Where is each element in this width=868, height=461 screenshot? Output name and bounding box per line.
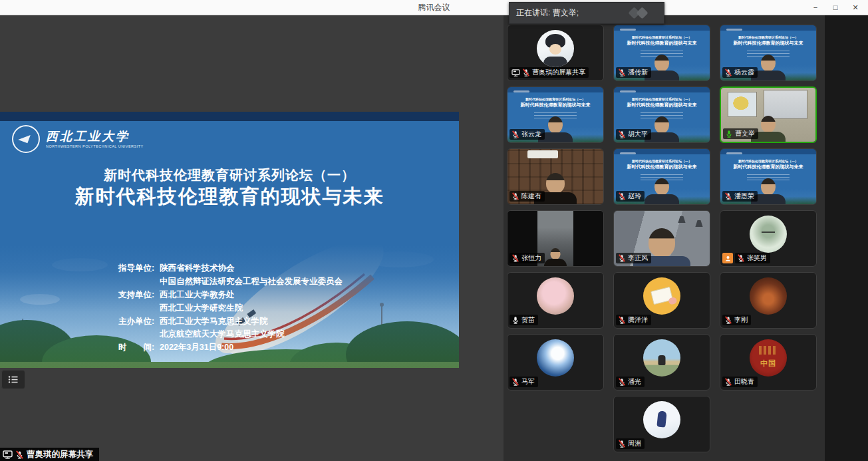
mic-muted-icon [724, 316, 732, 324]
participant-tile[interactable]: 中国田晓青 [720, 334, 817, 390]
name-label: 周洲 [616, 438, 645, 449]
annotation-list-button[interactable] [1, 370, 25, 389]
name-label: 潘光 [616, 377, 645, 387]
china-map [728, 92, 757, 117]
slide-top-band [0, 112, 459, 121]
participant-tile[interactable]: 新时代科技伦理教育研讨系列论坛（一）新时代科技伦理教育的现状与未来杨云霞 [720, 25, 817, 81]
mic-muted-icon [724, 69, 732, 77]
participant-name: 田晓青 [734, 377, 754, 386]
window-title: 腾讯会议 [0, 0, 868, 15]
avatar: 中国 [750, 339, 787, 377]
mic-muted-icon [618, 130, 626, 138]
participant-name: 腾洋洋 [628, 315, 648, 325]
participant-tile[interactable]: 张笑男 [720, 210, 817, 267]
participant-tile[interactable]: 张恒力 [507, 210, 604, 267]
participant-name: 胡大平 [628, 130, 648, 139]
participant-tile[interactable]: 贺苗 [507, 272, 604, 329]
participant-name: 李正风 [628, 253, 648, 263]
name-label: 赵玲 [616, 191, 645, 202]
participant-name: 贺苗 [521, 315, 535, 325]
participant-name: 潘传新 [628, 68, 648, 77]
list-icon [8, 375, 19, 384]
meeting-logo-icon [625, 7, 656, 20]
close-button[interactable]: ✕ [845, 0, 865, 15]
name-label: 潘传新 [616, 67, 651, 78]
participant-name: 曹文举 [735, 129, 755, 138]
slide-info-line: 西北工业大学研究生院 [118, 301, 343, 315]
name-label: 腾洋洋 [616, 315, 651, 325]
participant-tile[interactable]: 李正风 [613, 210, 710, 267]
participant-tile[interactable]: 陈建有 [507, 148, 604, 205]
participant-tile[interactable]: 新时代科技伦理教育研讨系列论坛（一）新时代科技伦理教育的现状与未来赵玲 [613, 148, 710, 205]
name-label: 潘恩荣 [722, 191, 758, 202]
slide-info-line: 指导单位:陕西省科学技术协会 [118, 262, 343, 275]
mic-on-icon [511, 316, 519, 324]
screen-share-owner: 曹奥琪的屏幕共享 [27, 449, 93, 460]
participant-tile[interactable]: 潘光 [613, 334, 710, 390]
avatar [750, 277, 787, 315]
name-label: 杨云霞 [722, 67, 758, 78]
slide-info-line: 中国自然辩证法研究会工程与社会发展专业委员会 [118, 275, 343, 289]
name-label: 曹奥琪的屏幕共享 [509, 67, 589, 78]
participant-tile[interactable]: 新时代科技伦理教育研讨系列论坛（一）新时代科技伦理教育的现状与未来张云龙 [507, 86, 604, 143]
university-name-en: NORTHWESTERN POLYTECHNICAL UNIVERSITY [46, 144, 144, 148]
mic-muted-icon [511, 192, 519, 200]
mic-muted-icon [737, 254, 745, 262]
avatar [750, 216, 787, 253]
panel-dark-strip [825, 15, 868, 461]
participant-name: 周洲 [628, 439, 641, 448]
person-badge [722, 253, 733, 263]
mic-muted-icon [511, 254, 519, 262]
slide-info-line: 时 间:2022年3月31日9:00 [118, 341, 343, 355]
participant-tile[interactable]: 周洲 [613, 396, 710, 452]
mic-muted-icon [522, 69, 530, 77]
participant-tile[interactable]: 曹奥琪的屏幕共享 [507, 25, 604, 81]
mic-muted-icon [15, 450, 24, 459]
mic-muted-icon [618, 192, 626, 200]
mic-muted-icon [618, 378, 626, 386]
participant-tile[interactable]: 新时代科技伦理教育研讨系列论坛（一）新时代科技伦理教育的现状与未来潘恩荣 [720, 148, 817, 205]
mic-muted-icon [618, 316, 626, 324]
speaking-banner: 正在讲话: 曹文举; [509, 2, 664, 24]
avatar [643, 277, 680, 315]
avatar [537, 339, 574, 377]
mic-muted-icon [618, 69, 626, 77]
mic-muted-icon [618, 254, 626, 262]
participant-name: 潘恩荣 [734, 192, 754, 201]
minimize-button[interactable]: − [805, 0, 825, 15]
participant-tile[interactable]: 新时代科技伦理教育研讨系列论坛（一）新时代科技伦理教育的现状与未来胡大平 [613, 86, 710, 143]
participant-name: 张云龙 [521, 130, 541, 139]
name-label: 张云龙 [509, 129, 545, 140]
participant-name: 张笑男 [747, 253, 767, 263]
participant-name: 马军 [521, 377, 535, 386]
participant-panel: 曹奥琪的屏幕共享新时代科技伦理教育研讨系列论坛（一）新时代科技伦理教育的现状与未… [504, 15, 868, 461]
participant-tile[interactable]: 新时代科技伦理教育研讨系列论坛（一）新时代科技伦理教育的现状与未来潘传新 [613, 25, 710, 81]
name-label: 马军 [509, 377, 538, 387]
name-label: 张笑男 [735, 253, 770, 263]
participant-tile[interactable]: 曹文举 [720, 86, 817, 143]
participant-tile[interactable]: 李刚 [720, 272, 817, 329]
avatar [537, 30, 574, 67]
titlebar: 腾讯会议 −□✕ [0, 0, 868, 15]
name-label: 贺苗 [509, 315, 538, 325]
mic-muted-icon [724, 192, 732, 200]
mic-muted-icon [511, 130, 519, 138]
presentation-slide: 西北工业大学 NORTHWESTERN POLYTECHNICAL UNIVER… [0, 112, 459, 368]
world-map [764, 90, 807, 119]
name-label: 李正风 [616, 253, 651, 263]
participant-name: 李刚 [734, 315, 748, 325]
window-controls: −□✕ [805, 0, 865, 15]
maximize-button[interactable]: □ [825, 0, 845, 15]
participant-tile[interactable]: 腾洋洋 [613, 272, 710, 329]
participant-name: 潘光 [628, 377, 641, 386]
university-name-cn: 西北工业大学 [46, 130, 144, 143]
participant-name: 赵玲 [628, 192, 641, 201]
name-label: 胡大平 [616, 129, 651, 140]
university-logo: 西北工业大学 NORTHWESTERN POLYTECHNICAL UNIVER… [12, 125, 144, 153]
slide-info-line: 北京航空航天大学马克思主义学院 [118, 328, 343, 341]
participant-name: 曹奥琪的屏幕共享 [532, 68, 585, 77]
university-emblem-icon [12, 125, 40, 153]
participant-tile[interactable]: 马军 [507, 334, 604, 390]
name-label: 田晓青 [722, 377, 758, 387]
speaking-banner-text: 正在讲话: 曹文举; [516, 7, 625, 19]
